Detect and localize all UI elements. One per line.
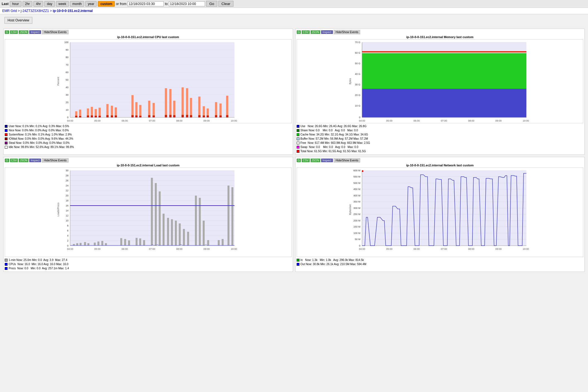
svg-rect-78 [198, 115, 201, 117]
svg-rect-61 [91, 115, 93, 117]
cpu-inspect-button[interactable]: Inspect [29, 30, 41, 34]
svg-rect-187 [195, 196, 197, 246]
network-legend: In Now: 1.3k Min: 1.0k Avg: 296.0k Max: … [297, 258, 584, 266]
svg-text:24: 24 [66, 184, 69, 187]
svg-text:350 M: 350 M [353, 200, 360, 203]
svg-rect-56 [219, 103, 222, 117]
network-g-button[interactable]: G [297, 159, 301, 162]
svg-text:50 M: 50 M [355, 238, 360, 241]
cpu-chart-title: ip-10-0-0-151.ec2.internal CPU last cust… [5, 35, 292, 39]
svg-rect-63 [99, 116, 101, 117]
svg-text:Bytes: Bytes [348, 78, 351, 84]
network-csv-button[interactable]: CSV [302, 159, 310, 162]
svg-rect-70 [148, 115, 150, 117]
svg-rect-176 [143, 240, 145, 246]
svg-rect-46 [165, 88, 167, 117]
svg-rect-74 [173, 115, 175, 117]
network-chart-title: ip-10-0-0-151.ec2.internal Network last … [297, 164, 584, 167]
cpu-chart-area: 0 10 20 30 40 50 60 70 80 90 100 04:00 0… [5, 39, 292, 123]
time-btn-week[interactable]: week [56, 1, 69, 7]
svg-text:10:00: 10:00 [231, 119, 237, 122]
memory-events-button[interactable]: Hide/Show Events [334, 30, 360, 34]
svg-text:20 G: 20 G [355, 94, 360, 97]
svg-rect-77 [190, 115, 192, 117]
svg-rect-182 [171, 219, 173, 246]
svg-text:50: 50 [66, 78, 69, 81]
svg-text:06:00: 06:00 [413, 248, 420, 250]
svg-text:05:00: 05:00 [386, 119, 392, 122]
svg-rect-113 [362, 53, 526, 53]
load-chart-toolbar: G CSV JSON Inspect Hide/Show Events [5, 158, 292, 162]
svg-text:8: 8 [67, 224, 69, 227]
svg-rect-172 [124, 239, 126, 246]
load-chart-panel: G CSV JSON Inspect Hide/Show Events ip-1… [3, 157, 293, 272]
time-btn-day[interactable]: day [44, 1, 55, 7]
svg-text:04:00: 04:00 [359, 119, 365, 122]
time-btn-2hr[interactable]: 2hr [23, 1, 32, 7]
svg-text:Loads/Procs: Loads/Procs [57, 202, 60, 216]
svg-text:05:00: 05:00 [386, 248, 392, 250]
load-g-button[interactable]: G [5, 159, 9, 162]
cpu-events-button[interactable]: Hide/Show Events [42, 30, 69, 34]
from-datetime-input[interactable] [128, 1, 164, 6]
breadcrumb: EMR Grid > j-24ZT3ZSX8HZZ1 > ip-10-0-0-1… [0, 8, 588, 14]
cpu-json-button[interactable]: JSON [19, 30, 28, 34]
svg-rect-168 [97, 241, 99, 246]
svg-text:0: 0 [359, 244, 360, 247]
network-json-button[interactable]: JSON [311, 159, 320, 162]
load-events-button[interactable]: Hide/Show Events [42, 158, 69, 162]
cpu-chart-panel: G CSV JSON Inspect Hide/Show Events ip-1… [3, 29, 293, 155]
svg-text:30: 30 [66, 169, 69, 172]
time-btn-4hr[interactable]: 4hr [33, 1, 43, 7]
svg-text:4: 4 [67, 234, 69, 237]
load-inspect-button[interactable]: Inspect [29, 159, 41, 162]
breadcrumb-host: ip-10-0-0-151.ec2.internal [53, 9, 92, 13]
svg-text:06:00: 06:00 [413, 119, 420, 122]
go-button[interactable]: Go [206, 1, 217, 7]
time-btn-month[interactable]: month [70, 1, 84, 7]
host-overview-button[interactable]: Host Overview [4, 17, 32, 24]
svg-rect-193 [228, 186, 230, 246]
svg-rect-177 [151, 178, 153, 246]
memory-csv-button[interactable]: CSV [302, 30, 310, 34]
svg-text:60: 60 [66, 71, 69, 74]
svg-text:16: 16 [66, 204, 69, 207]
memory-inspect-button[interactable]: Inspect [321, 30, 333, 34]
memory-g-button[interactable]: G [297, 30, 301, 34]
time-btn-custom[interactable]: custom [98, 1, 115, 7]
svg-rect-48 [173, 101, 175, 117]
load-csv-button[interactable]: CSV [10, 159, 18, 162]
svg-text:150 M: 150 M [353, 225, 360, 228]
svg-rect-57 [226, 96, 228, 117]
svg-text:26: 26 [66, 179, 69, 182]
network-chart-toolbar: G CSV JSON Inspect Hide/Show Events [297, 158, 584, 162]
svg-text:550 M: 550 M [353, 175, 360, 178]
load-json-button[interactable]: JSON [19, 159, 28, 162]
svg-rect-165 [84, 242, 86, 246]
svg-text:05:00: 05:00 [94, 119, 101, 122]
svg-rect-71 [153, 115, 155, 117]
svg-rect-65 [111, 115, 113, 117]
svg-rect-73 [169, 115, 172, 117]
memory-json-button[interactable]: JSON [311, 30, 320, 34]
svg-rect-186 [187, 232, 189, 246]
to-datetime-input[interactable] [169, 1, 205, 6]
svg-rect-52 [198, 97, 201, 117]
svg-rect-194 [231, 187, 233, 246]
clear-button[interactable]: Clear [218, 1, 233, 7]
svg-text:600 M: 600 M [353, 169, 360, 172]
breadcrumb-emr-grid[interactable]: EMR Grid [2, 9, 17, 13]
network-inspect-button[interactable]: Inspect [321, 159, 333, 162]
svg-rect-181 [167, 218, 169, 246]
network-events-button[interactable]: Hide/Show Events [334, 158, 360, 162]
cpu-g-button[interactable]: G [5, 30, 9, 34]
charts-grid: G CSV JSON Inspect Hide/Show Events ip-1… [0, 26, 588, 274]
time-btn-year[interactable]: year [85, 1, 97, 7]
svg-text:500 M: 500 M [353, 182, 360, 184]
cpu-csv-button[interactable]: CSV [10, 30, 18, 34]
time-btn-hour[interactable]: hour [10, 1, 21, 7]
svg-text:20: 20 [66, 101, 69, 104]
svg-rect-183 [175, 221, 177, 246]
breadcrumb-cluster[interactable]: j-24ZT3ZSX8HZZ1 [21, 9, 49, 13]
svg-text:2: 2 [67, 239, 69, 242]
